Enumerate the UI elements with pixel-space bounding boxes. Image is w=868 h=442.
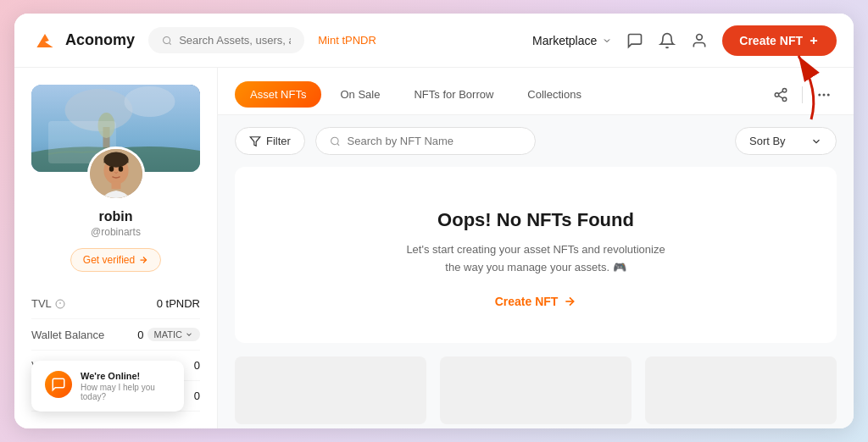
- svg-point-21: [775, 92, 779, 97]
- logo[interactable]: Aconomy: [31, 27, 135, 54]
- svg-line-1: [169, 42, 170, 44]
- svg-point-29: [331, 137, 337, 144]
- wallet-value: 0 MATIC: [137, 328, 200, 341]
- chevron-down-icon: [810, 135, 822, 147]
- search-input[interactable]: [179, 34, 291, 47]
- svg-marker-28: [250, 136, 260, 146]
- svg-point-26: [823, 94, 825, 96]
- more-icon[interactable]: [811, 82, 837, 108]
- nft-search[interactable]: [315, 127, 536, 155]
- skeleton-card-2: [440, 356, 632, 424]
- filter-button[interactable]: Filter: [235, 127, 305, 155]
- svg-point-0: [164, 36, 170, 43]
- info-icon: [55, 299, 65, 309]
- matic-badge[interactable]: MATIC: [147, 328, 200, 341]
- svg-point-7: [125, 86, 175, 117]
- get-verified-button[interactable]: Get verified: [70, 248, 161, 272]
- search-icon: [162, 35, 172, 47]
- chat-icon[interactable]: [626, 31, 644, 50]
- svg-point-22: [782, 97, 787, 102]
- svg-point-27: [828, 94, 830, 96]
- header-icons: [626, 31, 709, 50]
- wallet-label: Wallet Balance: [31, 329, 104, 341]
- svg-rect-8: [103, 127, 110, 148]
- chat-content: We're Online! How may I help you today?: [81, 371, 170, 401]
- nft-search-input[interactable]: [348, 135, 521, 147]
- bottom-stat-value: 0: [194, 390, 200, 402]
- skeleton-card-1: [235, 356, 426, 424]
- empty-create-nft-button[interactable]: Create NFT: [495, 295, 577, 308]
- tab-nfts-for-borrow[interactable]: NFTs for Borrow: [398, 81, 509, 108]
- validated-assets-value: 0: [194, 359, 200, 372]
- empty-state: Oops! No NFTs Found Let's start creating…: [235, 167, 837, 343]
- global-search[interactable]: [148, 27, 304, 53]
- plus-icon: [808, 35, 820, 47]
- tvl-label: TVL: [31, 297, 65, 310]
- search-icon: [330, 135, 341, 147]
- notification-icon[interactable]: [658, 31, 676, 50]
- wallet-row: Wallet Balance 0 MATIC: [31, 319, 200, 351]
- chevron-down-icon: [185, 330, 193, 339]
- skeleton-row: [235, 356, 837, 424]
- filter-bar: Filter Sort By: [218, 115, 854, 167]
- svg-point-25: [819, 94, 821, 96]
- divider: [802, 86, 803, 103]
- tab-collections[interactable]: Collections: [512, 81, 597, 108]
- chat-title: We're Online!: [81, 371, 170, 381]
- svg-point-13: [108, 166, 113, 171]
- svg-point-9: [98, 113, 115, 138]
- arrow-right-icon: [563, 295, 576, 308]
- user-icon[interactable]: [690, 31, 709, 50]
- tab-on-sale[interactable]: On Sale: [325, 81, 395, 108]
- skeleton-card-3: [645, 356, 837, 424]
- share-icon[interactable]: [768, 82, 793, 108]
- chat-subtitle: How may I help you today?: [81, 383, 170, 401]
- chevron-down-icon: [602, 36, 612, 46]
- tab-actions: [768, 82, 837, 108]
- tab-asset-nfts[interactable]: Asset NFTs: [235, 81, 321, 108]
- svg-rect-15: [111, 181, 120, 189]
- username: robin: [99, 209, 133, 224]
- tabs-bar: Asset NFTs On Sale NFTs for Borrow Colle…: [218, 68, 854, 115]
- svg-point-2: [697, 34, 703, 40]
- svg-point-20: [782, 88, 787, 92]
- tvl-value: 0 tPNDR: [157, 297, 200, 310]
- tabs-list: Asset NFTs On Sale NFTs for Borrow Colle…: [235, 81, 768, 114]
- svg-line-23: [778, 96, 782, 98]
- sort-by-button[interactable]: Sort By: [735, 127, 837, 155]
- right-panel: Asset NFTs On Sale NFTs for Borrow Colle…: [218, 68, 854, 428]
- empty-state-wrap: Oops! No NFTs Found Let's start creating…: [218, 167, 854, 428]
- chat-avatar: [45, 371, 72, 398]
- svg-point-6: [65, 89, 133, 131]
- empty-title: Oops! No NFTs Found: [252, 209, 820, 231]
- svg-line-30: [337, 143, 339, 145]
- svg-line-24: [778, 91, 782, 93]
- filter-icon: [249, 135, 261, 147]
- avatar: [87, 146, 145, 201]
- header: Aconomy Mint tPNDR Marketplace: [14, 14, 854, 68]
- logo-text: Aconomy: [65, 31, 135, 49]
- create-nft-button[interactable]: Create NFT: [722, 25, 837, 56]
- mint-label[interactable]: Mint tPNDR: [318, 34, 376, 47]
- user-handle: @robinarts: [91, 226, 141, 238]
- chat-widget[interactable]: We're Online! How may I help you today?: [31, 361, 184, 412]
- marketplace-dropdown[interactable]: Marketplace: [532, 34, 612, 47]
- arrow-right-icon: [138, 255, 148, 265]
- svg-point-14: [118, 166, 122, 171]
- empty-description: Let's start creating your asset NFTs and…: [252, 241, 820, 277]
- tvl-row: TVL 0 tPNDR: [31, 289, 200, 319]
